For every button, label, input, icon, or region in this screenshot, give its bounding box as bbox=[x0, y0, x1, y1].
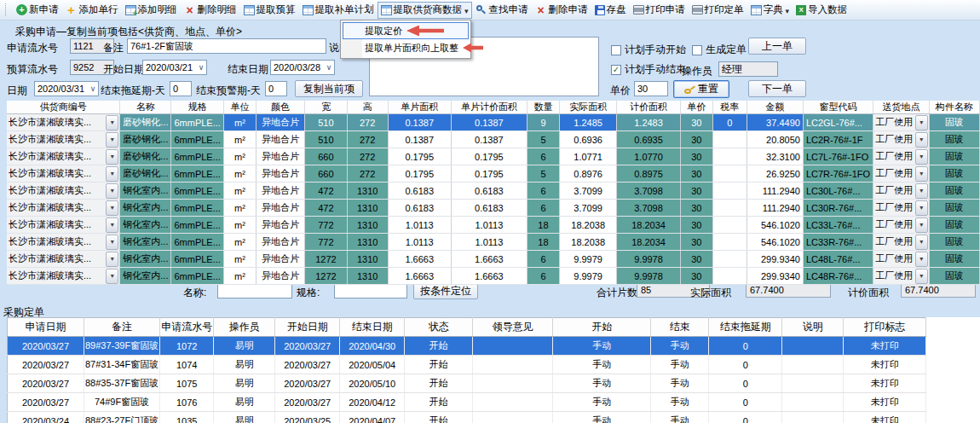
cell-piece_area[interactable]: 1.6663 bbox=[388, 251, 451, 268]
cell-leader_opinion[interactable] bbox=[473, 412, 553, 423]
cell-qty[interactable]: 5 bbox=[527, 131, 559, 148]
cell-leader_opinion[interactable] bbox=[473, 356, 553, 374]
cell-delivery[interactable]: 工厂使用 bbox=[873, 165, 930, 183]
cell-unit_price[interactable]: 30 bbox=[680, 114, 712, 131]
cell-unit_price[interactable]: 30 bbox=[680, 217, 712, 234]
cell-start[interactable]: 手动 bbox=[553, 337, 651, 356]
column-header-leader_opinion[interactable]: 领导意见 bbox=[473, 318, 553, 337]
delay-field[interactable] bbox=[170, 81, 192, 96]
delete-application-button[interactable]: 删除申请 bbox=[532, 2, 591, 19]
print-order-button[interactable]: 打印定单 bbox=[689, 2, 747, 19]
cell-window_code[interactable]: LC30R-76#... bbox=[803, 200, 873, 217]
cell-spec[interactable]: 6mmPLE... bbox=[171, 114, 223, 131]
chevron-down-icon[interactable] bbox=[106, 200, 118, 216]
cell-name[interactable]: 钢化室内... bbox=[120, 234, 171, 251]
column-header-width[interactable]: 宽 bbox=[305, 101, 348, 114]
cell-note[interactable] bbox=[782, 374, 844, 393]
cell-window_code[interactable]: LC7L-76#-1FO bbox=[803, 148, 873, 165]
cell-height[interactable]: 1310 bbox=[347, 268, 388, 285]
cell-name[interactable]: 钢化室内... bbox=[120, 200, 171, 217]
cell-end_delay[interactable]: 0 bbox=[709, 337, 782, 356]
column-header-apply_date[interactable]: 申请日期 bbox=[8, 318, 84, 337]
cell-end[interactable]: 手动 bbox=[651, 337, 709, 356]
cell-piece_price_area[interactable]: 0.6183 bbox=[451, 200, 527, 217]
cell-piece_area[interactable]: 0.1795 bbox=[388, 148, 451, 165]
cell-amount[interactable]: 20.8050 bbox=[747, 131, 803, 148]
cell-remark[interactable]: 74#9F窗固玻 bbox=[84, 393, 160, 412]
cell-apply_no[interactable]: 1074 bbox=[160, 356, 214, 374]
cell-operator[interactable]: 易明 bbox=[214, 337, 275, 356]
cell-spec[interactable]: 6mmPLE... bbox=[171, 131, 223, 148]
cell-color[interactable]: 异地合片 bbox=[256, 131, 304, 148]
cell-qty[interactable]: 18 bbox=[527, 234, 559, 251]
cell-piece_price_area[interactable]: 1.6663 bbox=[451, 251, 527, 268]
remark-field[interactable] bbox=[127, 38, 326, 54]
cell-piece_area[interactable]: 0.6183 bbox=[388, 200, 451, 217]
table-row[interactable]: 长沙市潇湘玻璃实...钢化室内...6mmPLE...m²异地合片4721310… bbox=[7, 183, 980, 200]
cell-piece_area[interactable]: 1.0113 bbox=[388, 234, 451, 251]
cell-width[interactable]: 660 bbox=[305, 148, 348, 165]
operator-field[interactable] bbox=[718, 61, 778, 77]
cell-start_date[interactable]: 2020/03/27 bbox=[275, 393, 340, 412]
cell-color[interactable]: 异地合片 bbox=[256, 268, 304, 285]
cell-height[interactable]: 1310 bbox=[347, 251, 388, 268]
cell-color[interactable]: 异地合片 bbox=[256, 251, 304, 268]
cell-unit[interactable]: m² bbox=[223, 200, 256, 217]
chevron-down-icon[interactable] bbox=[915, 252, 928, 267]
cell-end_date[interactable]: 2020/04/30 bbox=[340, 337, 405, 356]
cell-start[interactable]: 手动 bbox=[553, 393, 651, 412]
start-date-select[interactable]: 2020/03/21 bbox=[142, 60, 207, 75]
cell-end[interactable]: 手动 bbox=[651, 374, 709, 393]
cell-tax[interactable] bbox=[712, 268, 747, 285]
cell-apply_date[interactable]: 2020/03/27 bbox=[8, 393, 84, 412]
cell-window_code[interactable]: LC33L-76#... bbox=[803, 217, 873, 234]
cell-supplier[interactable]: 长沙市潇湘玻璃实... bbox=[7, 131, 120, 148]
table-row[interactable]: 2020/03/2788#35-37F窗固玻1075易明2020/03/2720… bbox=[8, 374, 926, 393]
cell-actual_area[interactable]: 0.8976 bbox=[560, 165, 617, 183]
cell-print_flag[interactable]: 未打印 bbox=[844, 412, 926, 423]
column-header-apply_no[interactable]: 申请流水号 bbox=[160, 318, 214, 337]
cell-supplier[interactable]: 长沙市潇湘玻璃实... bbox=[7, 234, 120, 251]
cell-delivery[interactable]: 工厂使用 bbox=[873, 234, 930, 251]
new-application-button[interactable]: 新申请 bbox=[13, 2, 62, 19]
cell-note[interactable] bbox=[782, 337, 844, 356]
cell-name[interactable]: 钢化室内... bbox=[120, 183, 171, 200]
cell-start_date[interactable]: 2020/03/25 bbox=[275, 412, 340, 423]
cell-unit[interactable]: m² bbox=[223, 131, 256, 148]
cell-apply_no[interactable]: 1035 bbox=[160, 412, 214, 423]
chevron-down-icon[interactable] bbox=[915, 200, 928, 216]
cell-delivery[interactable]: 工厂使用 bbox=[873, 200, 930, 217]
cell-print_flag[interactable]: 未打印 bbox=[844, 337, 926, 356]
cell-piece_area[interactable]: 0.1387 bbox=[388, 131, 451, 148]
cell-amount[interactable]: 299.9340 bbox=[747, 268, 803, 285]
column-header-start_date[interactable]: 开始日期 bbox=[275, 318, 340, 337]
cell-supplier[interactable]: 长沙市潇湘玻璃实... bbox=[7, 148, 120, 165]
chevron-down-icon[interactable] bbox=[106, 252, 118, 267]
filter-spec-field[interactable] bbox=[334, 283, 407, 298]
cell-tax[interactable] bbox=[712, 251, 747, 268]
cell-name[interactable]: 钢化室内... bbox=[120, 251, 171, 268]
cell-supplier[interactable]: 长沙市潇湘玻璃实... bbox=[7, 251, 120, 268]
cell-note[interactable] bbox=[782, 393, 844, 412]
column-header-delivery[interactable]: 送货地点 bbox=[873, 101, 930, 114]
table-row[interactable]: 2020/03/2488#23-27F门顶玻1035易明2020/03/2520… bbox=[8, 412, 926, 423]
cell-unit[interactable]: m² bbox=[223, 183, 256, 200]
cell-piece_area[interactable]: 0.1795 bbox=[388, 165, 451, 183]
date-select[interactable]: 2020/03/31 bbox=[34, 81, 99, 96]
column-header-end_date[interactable]: 结束日期 bbox=[340, 318, 405, 337]
cell-start_date[interactable]: 2020/03/27 bbox=[275, 374, 340, 393]
cell-qty[interactable]: 5 bbox=[527, 165, 559, 183]
cell-note[interactable] bbox=[782, 356, 844, 374]
cell-actual_area[interactable]: 3.7099 bbox=[560, 200, 617, 217]
cell-spec[interactable]: 6mmPLE... bbox=[171, 234, 223, 251]
cell-color[interactable]: 异地合片 bbox=[256, 217, 304, 234]
cell-price_area[interactable]: 1.2483 bbox=[617, 114, 680, 131]
cell-supplier[interactable]: 长沙市潇湘玻璃实... bbox=[7, 183, 120, 200]
cell-supplier[interactable]: 长沙市潇湘玻璃实... bbox=[7, 217, 120, 234]
cell-width[interactable]: 510 bbox=[305, 114, 348, 131]
chevron-down-icon[interactable] bbox=[106, 115, 118, 130]
cell-delivery[interactable]: 工厂使用 bbox=[873, 217, 930, 234]
cell-width[interactable]: 660 bbox=[305, 165, 348, 183]
cell-tax[interactable] bbox=[712, 200, 747, 217]
cell-unit[interactable]: m² bbox=[223, 217, 256, 234]
